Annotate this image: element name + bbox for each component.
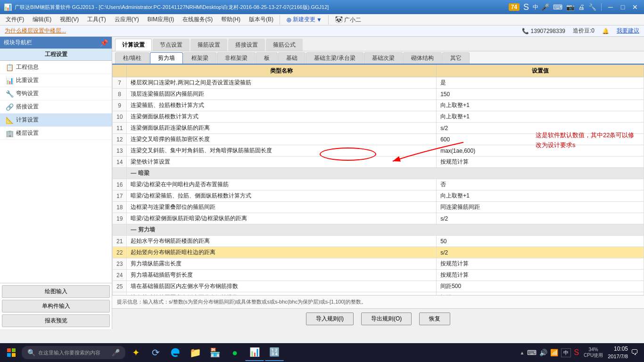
taskbar-app-folder[interactable]: 📁 bbox=[186, 344, 205, 361]
lap-icon: 🔗 bbox=[6, 103, 13, 111]
menu-tools[interactable]: 工具(T) bbox=[83, 15, 109, 25]
maximize-button[interactable]: □ bbox=[618, 2, 628, 12]
menu-file[interactable]: 文件(F) bbox=[2, 15, 28, 25]
row-value[interactable]: 按规范计算 bbox=[437, 156, 644, 168]
row-value[interactable]: 同连梁箍筋间距 bbox=[437, 202, 644, 213]
table-row[interactable]: 25墙在基础箍筋固区内左侧水平分布钢筋排数间距500 bbox=[113, 281, 644, 292]
row-value[interactable]: max(1ae,600) bbox=[437, 145, 644, 156]
table-row[interactable]: 26墙在基础箍筋固区内右侧水平分布钢筋排数间距500 bbox=[113, 292, 644, 296]
row-value[interactable]: s/2 bbox=[437, 247, 644, 258]
table-row[interactable]: 7楼层双洞口连梁时,两洞口之间是否设置连梁箍筋是 bbox=[113, 77, 644, 89]
info-suggestion[interactable]: 我要建议 bbox=[617, 27, 639, 35]
main-tab-bar: 计算设置 节点设置 箍筋设置 搭接设置 箍筋公式 bbox=[112, 37, 644, 51]
minimize-button[interactable]: ─ bbox=[605, 2, 616, 12]
table-row[interactable]: 16暗梁/边框梁在中间暗柱内是否布置箍筋否 bbox=[113, 179, 644, 190]
table-row[interactable]: 10连梁侧面纵筋根数计算方式向上取整+1 bbox=[113, 111, 644, 123]
col-header-value: 设置值 bbox=[437, 65, 644, 77]
taskbar-app-star[interactable]: ✦ bbox=[126, 344, 145, 361]
taskbar-app-edge[interactable] bbox=[166, 344, 185, 361]
tab-node-settings[interactable]: 节点设置 bbox=[153, 39, 190, 51]
row-num: 23 bbox=[113, 258, 127, 270]
row-value[interactable]: 间距500 bbox=[437, 292, 644, 296]
sidebar-item-lap[interactable]: 🔗 搭接设置 bbox=[0, 100, 112, 114]
report-preview-btn[interactable]: 报表预览 bbox=[2, 314, 110, 327]
restore-btn[interactable]: 恢复 bbox=[419, 313, 450, 325]
menu-bim[interactable]: BIM应用(I) bbox=[144, 15, 178, 25]
table-row[interactable]: 22起始竖向分布钢筋距暗柱边的距离s/2 bbox=[113, 247, 644, 258]
row-value[interactable]: 50 bbox=[437, 236, 644, 247]
sub-tab-masonry[interactable]: 砌体结构 bbox=[403, 52, 442, 64]
table-row[interactable]: 19暗梁/边框梁侧面纵筋距暗梁/边框梁纵筋的距离s/2 bbox=[113, 213, 644, 224]
menu-help[interactable]: 帮助(H) bbox=[217, 15, 244, 25]
table-row[interactable]: 21起始水平分布钢筋距楼面的距离50 bbox=[113, 236, 644, 247]
sidebar-item-project-info[interactable]: 📋 工程信息 bbox=[0, 61, 112, 74]
taskbar-date: 2017/7/8 bbox=[608, 353, 628, 360]
sub-tab-foundation-sec-beam[interactable]: 基础次梁 bbox=[364, 52, 403, 64]
row-value[interactable]: 150 bbox=[437, 89, 644, 100]
sub-tab-foundation[interactable]: 基础 bbox=[278, 52, 305, 64]
sidebar-pin-icon[interactable]: 📌 bbox=[100, 39, 108, 47]
row-value[interactable]: 向上取整+1 bbox=[437, 111, 644, 123]
sub-tab-shear-wall[interactable]: 剪力墙 bbox=[150, 52, 183, 64]
input-method[interactable]: 中 bbox=[561, 348, 571, 357]
taskbar-search-bar[interactable]: 🔍 在这里输入你要搜索的内容 🎤 bbox=[22, 346, 125, 359]
sidebar-item-hooks[interactable]: 🔧 弯钩设置 bbox=[0, 87, 112, 100]
tab-calc-settings[interactable]: 计算设置 bbox=[115, 39, 152, 51]
notification-icon[interactable]: 🗨 bbox=[631, 348, 638, 357]
sidebar-item-weight[interactable]: 📊 比重设置 bbox=[0, 74, 112, 87]
draw-input-btn[interactable]: 绘图输入 bbox=[2, 285, 110, 298]
tab-stirrup-settings[interactable]: 箍筋设置 bbox=[190, 39, 227, 51]
row-value[interactable]: 向上取整+1 bbox=[437, 190, 644, 202]
row-value[interactable]: 向上取整+1 bbox=[437, 100, 644, 111]
row-value[interactable]: 间距500 bbox=[437, 281, 644, 292]
table-row[interactable]: 12连梁交叉暗撑的箍筋加密区长度600 bbox=[113, 134, 644, 145]
row-value[interactable]: 是 bbox=[437, 77, 644, 89]
single-component-btn[interactable]: 单构件输入 bbox=[2, 300, 110, 313]
sub-tab-frame-beam[interactable]: 框架梁 bbox=[183, 52, 216, 64]
taskbar-app-store[interactable]: 🏪 bbox=[206, 344, 224, 361]
menu-online[interactable]: 在线服务(S) bbox=[179, 15, 216, 25]
sub-tab-non-frame-beam[interactable]: 非框架梁 bbox=[217, 52, 256, 64]
table-row[interactable]: 18边框梁与连梁重叠部位的箍筋间距同连梁箍筋间距 bbox=[113, 202, 644, 213]
menu-version[interactable]: 版本号(B) bbox=[245, 15, 277, 25]
table-row[interactable]: 14梁垫铁计算设置按规范计算 bbox=[113, 156, 644, 168]
tab-stirrup-formula[interactable]: 箍筋公式 bbox=[266, 39, 303, 51]
row-value[interactable]: s/2 bbox=[437, 123, 644, 134]
sidebar-item-calc[interactable]: 📐 计算设置 bbox=[0, 114, 112, 127]
table-row[interactable]: 8顶层连梁箍筋固区内箍筋间距150 bbox=[113, 89, 644, 100]
menu-guangxiaoer[interactable]: 🐼 广小二 bbox=[331, 15, 365, 25]
taskbar-clock[interactable]: 10:05 2017/7/8 bbox=[608, 345, 628, 360]
table-row[interactable]: 9连梁箍筋、拉筋根数计算方式向上取整+1 bbox=[113, 100, 644, 111]
menu-view[interactable]: 视图(V) bbox=[56, 15, 83, 25]
sidebar-item-label-hooks: 弯钩设置 bbox=[16, 90, 39, 98]
import-rules-btn[interactable]: 导入规则(I) bbox=[306, 313, 354, 325]
sidebar-item-floors[interactable]: 🏢 楼层设置 bbox=[0, 127, 112, 140]
sub-tab-slab[interactable]: 板 bbox=[256, 52, 278, 64]
row-value[interactable]: 600 bbox=[437, 134, 644, 145]
start-button[interactable] bbox=[2, 344, 21, 361]
taskbar-app-ggj[interactable]: 📊 bbox=[245, 344, 264, 361]
taskbar-app-green[interactable]: ● bbox=[225, 344, 244, 361]
menu-cloud[interactable]: 云应用(Y) bbox=[111, 15, 143, 25]
table-row[interactable]: 13连梁交叉斜筋、集中对角斜筋、对角暗撑纵筋箍筋固长度max(1ae,600) bbox=[113, 145, 644, 156]
sub-tab-other[interactable]: 其它 bbox=[442, 52, 470, 64]
close-button[interactable]: ✕ bbox=[630, 2, 640, 12]
table-row: — 暗梁 bbox=[113, 168, 644, 179]
menu-edit[interactable]: 编辑(E) bbox=[29, 15, 55, 25]
menu-new-change[interactable]: ⊕ 新建变更 ▼ bbox=[282, 15, 326, 25]
table-row[interactable]: 24剪力墙基础插筋弯折长度按规范计算 bbox=[113, 270, 644, 281]
taskbar-app-calc[interactable]: 🔢 bbox=[265, 344, 284, 361]
row-value[interactable]: s/2 bbox=[437, 213, 644, 224]
row-value[interactable]: 按规范计算 bbox=[437, 258, 644, 270]
table-row[interactable]: 11连梁侧面纵筋距连梁纵筋的距离s/2 bbox=[113, 123, 644, 134]
row-value[interactable]: 否 bbox=[437, 179, 644, 190]
sub-tab-col[interactable]: 柱/墙柱 bbox=[115, 52, 149, 64]
row-name: 连梁侧面纵筋距连梁纵筋的距离 bbox=[127, 123, 437, 134]
table-row[interactable]: 23剪力墙纵筋露出长度按规范计算 bbox=[113, 258, 644, 270]
tab-lap-settings[interactable]: 搭接设置 bbox=[228, 39, 265, 51]
table-row[interactable]: 17暗梁/边框梁箍筋、拉筋、侧面纵筋根数计算方式向上取整+1 bbox=[113, 190, 644, 202]
taskbar-app-refresh[interactable]: ⟳ bbox=[146, 344, 165, 361]
row-value[interactable]: 按规范计算 bbox=[437, 270, 644, 281]
sub-tab-foundation-main-beam[interactable]: 基础主梁/承台梁 bbox=[306, 52, 363, 64]
export-rules-btn[interactable]: 导出规则(O) bbox=[361, 313, 412, 325]
